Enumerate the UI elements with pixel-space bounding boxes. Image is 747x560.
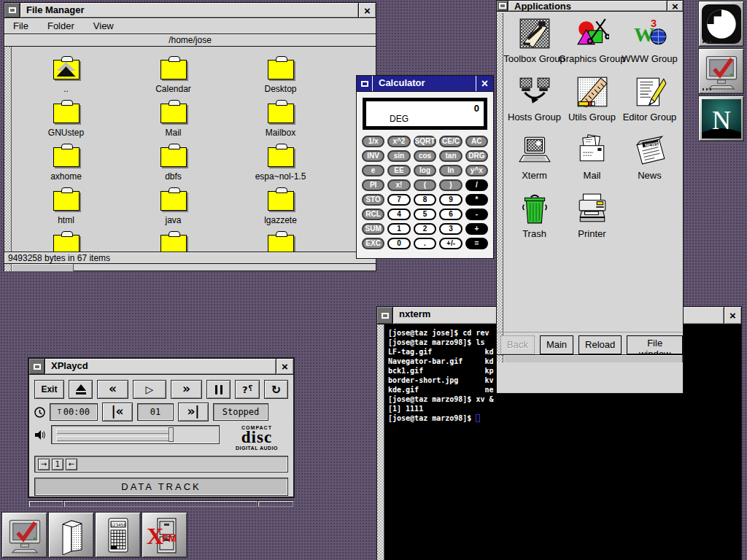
file-window-button[interactable]: File window <box>627 335 683 354</box>
track-back-button[interactable]: ← <box>66 459 77 470</box>
calc-button[interactable]: - <box>465 209 488 220</box>
volume-slider[interactable] <box>51 425 220 444</box>
calc-button[interactable]: 7 <box>387 194 410 206</box>
calculator-titlebar[interactable]: Calculator × <box>357 76 493 92</box>
app-item-toolbox-group[interactable]: Toolbox Group <box>506 16 563 74</box>
window-menu-button[interactable] <box>357 76 373 91</box>
app-item-www-group[interactable]: W3 WWW Group <box>621 16 678 74</box>
vertical-scrollbar[interactable] <box>4 47 12 252</box>
dock-tile-monitor-check[interactable] <box>698 48 744 94</box>
app-item-news[interactable]: NEWS News <box>621 133 678 191</box>
vertical-scrollbar[interactable] <box>377 324 384 560</box>
rewind-button[interactable]: « <box>97 380 128 399</box>
calc-button[interactable]: + <box>465 223 488 235</box>
scrollbar-thumb[interactable] <box>12 264 74 271</box>
calc-button[interactable]: / <box>465 179 488 191</box>
app-item-trash[interactable]: Trash <box>506 191 563 249</box>
calc-button[interactable]: AC <box>465 136 488 147</box>
calc-button[interactable]: * <box>465 194 488 206</box>
app-item-hosts-group[interactable]: Hosts Group <box>506 74 563 133</box>
track-selector-bar[interactable]: → 1 ← <box>34 456 288 472</box>
folder-item[interactable]: Mail <box>130 100 217 144</box>
calc-button[interactable]: ln <box>439 165 462 176</box>
horizontal-scrollbar[interactable] <box>4 263 376 271</box>
calc-button[interactable]: ) <box>439 179 462 191</box>
calc-button[interactable]: 0 <box>387 238 410 249</box>
calc-button[interactable]: STO <box>362 194 384 206</box>
calc-button[interactable]: 8 <box>414 194 437 206</box>
calc-button[interactable]: RCL <box>362 209 384 220</box>
calc-button[interactable]: PI <box>362 179 384 191</box>
calc-button[interactable]: 1/x <box>362 136 384 147</box>
volume-handle[interactable] <box>169 427 174 442</box>
shuffle-button[interactable]: ?? <box>235 380 259 399</box>
resize-bar[interactable] <box>29 500 293 507</box>
folder-item[interactable]: GNUstep <box>23 100 110 144</box>
dock-tile-box[interactable] <box>48 512 94 558</box>
app-item-printer[interactable]: Printer <box>563 191 621 249</box>
app-item-xterm[interactable]: Xterm <box>506 133 563 191</box>
reload-button[interactable]: Reload <box>578 335 622 354</box>
calc-button[interactable]: x^2 <box>387 136 410 147</box>
folder-item[interactable]: espa~nol-1.5 <box>237 144 325 187</box>
calc-button[interactable]: 5 <box>414 209 437 220</box>
calc-button[interactable]: SUM <box>362 223 384 235</box>
folder-item[interactable]: lgazzete <box>237 187 325 231</box>
exit-button[interactable]: Exit <box>34 380 64 399</box>
window-menu-button[interactable] <box>377 307 393 324</box>
dock-tile-monitor-check[interactable] <box>1 512 47 558</box>
back-button[interactable]: Back <box>500 335 535 354</box>
calc-button[interactable]: EE <box>387 165 410 176</box>
applications-titlebar[interactable]: Applications × <box>497 1 683 12</box>
calc-button[interactable]: 6 <box>439 209 462 220</box>
app-item-utils-group[interactable]: Utils Group <box>563 74 621 133</box>
menu-file[interactable]: File <box>13 20 28 34</box>
dock-tile-calculator[interactable]: 123456 <box>95 512 141 558</box>
folder-item[interactable]: html <box>23 187 110 231</box>
calc-button[interactable]: DRG <box>465 150 488 162</box>
scrollbar-thumb[interactable] <box>503 355 683 362</box>
folder-item[interactable]: axhome <box>23 144 110 187</box>
menu-view[interactable]: View <box>93 20 114 34</box>
calc-button[interactable]: 9 <box>439 194 462 206</box>
calc-button[interactable]: = <box>465 238 488 249</box>
calc-button[interactable]: CE/C <box>439 136 462 147</box>
next-track-button[interactable]: »| <box>178 402 209 421</box>
close-icon[interactable]: × <box>667 1 683 11</box>
calc-button[interactable]: . <box>414 238 437 249</box>
track-number-button[interactable]: 1 <box>52 459 63 470</box>
dock-tile-xfm[interactable]: XFM <box>142 512 187 558</box>
menu-folder[interactable]: Folder <box>47 20 74 34</box>
close-icon[interactable]: × <box>724 307 741 324</box>
calc-button[interactable]: 1 <box>387 223 410 235</box>
play-button[interactable]: ▷ <box>133 380 166 399</box>
window-menu-button[interactable] <box>497 1 508 11</box>
horizontal-scrollbar[interactable] <box>497 354 683 362</box>
calc-button[interactable]: INV <box>362 150 384 162</box>
file-manager-titlebar[interactable]: File Manager × <box>4 3 376 18</box>
calc-button[interactable]: EXC <box>362 238 384 249</box>
app-item-mail[interactable]: Mail <box>563 133 621 191</box>
calc-button[interactable]: cos <box>414 150 437 162</box>
folder-item[interactable]: Desktop <box>237 56 325 100</box>
calc-button[interactable]: tan <box>439 150 462 162</box>
calc-button[interactable]: y^x <box>465 165 488 176</box>
calc-button[interactable]: 4 <box>387 209 410 220</box>
window-menu-button[interactable] <box>4 3 20 18</box>
dock-tile-netscape[interactable]: N <box>698 96 744 141</box>
folder-item[interactable]: Mailbox <box>237 100 325 144</box>
calc-button[interactable]: ( <box>414 179 437 191</box>
close-icon[interactable]: × <box>276 359 293 374</box>
xplaycd-titlebar[interactable]: XPlaycd × <box>29 359 293 375</box>
prev-track-button[interactable]: |« <box>102 402 133 421</box>
folder-item[interactable]: Calendar <box>130 56 217 100</box>
calc-button[interactable]: +/- <box>439 238 462 249</box>
eject-button[interactable] <box>69 380 93 399</box>
calc-button[interactable]: 3 <box>439 223 462 235</box>
folder-item-partial[interactable] <box>130 231 217 252</box>
app-item-editor-group[interactable]: Editor Group <box>621 74 678 133</box>
fast-forward-button[interactable]: » <box>171 380 202 399</box>
folder-item-partial[interactable] <box>23 231 110 252</box>
close-icon[interactable]: × <box>476 76 493 91</box>
pause-button[interactable] <box>206 380 231 399</box>
